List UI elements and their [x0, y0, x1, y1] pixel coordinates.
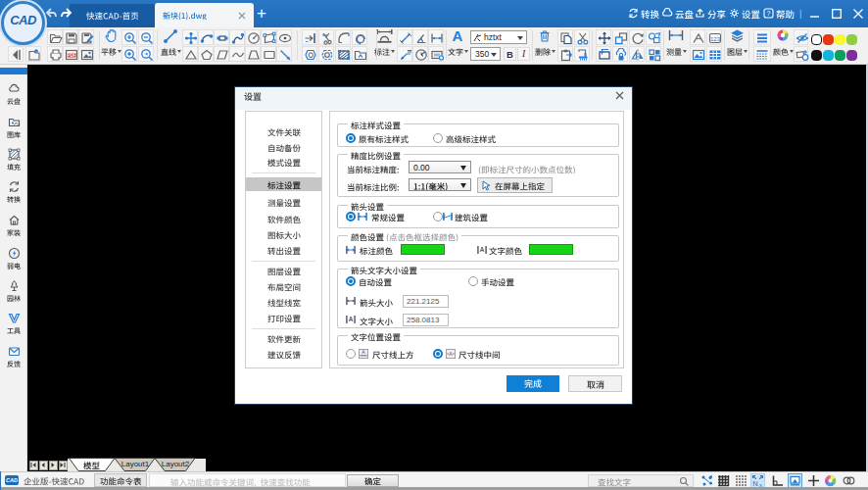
- svg-text:123: 123: [710, 36, 721, 42]
- svg-text:A: A: [480, 246, 485, 253]
- svg-text:A: A: [349, 316, 354, 322]
- svg-text:?: ?: [767, 10, 771, 17]
- svg-text:PDF: PDF: [68, 53, 76, 58]
